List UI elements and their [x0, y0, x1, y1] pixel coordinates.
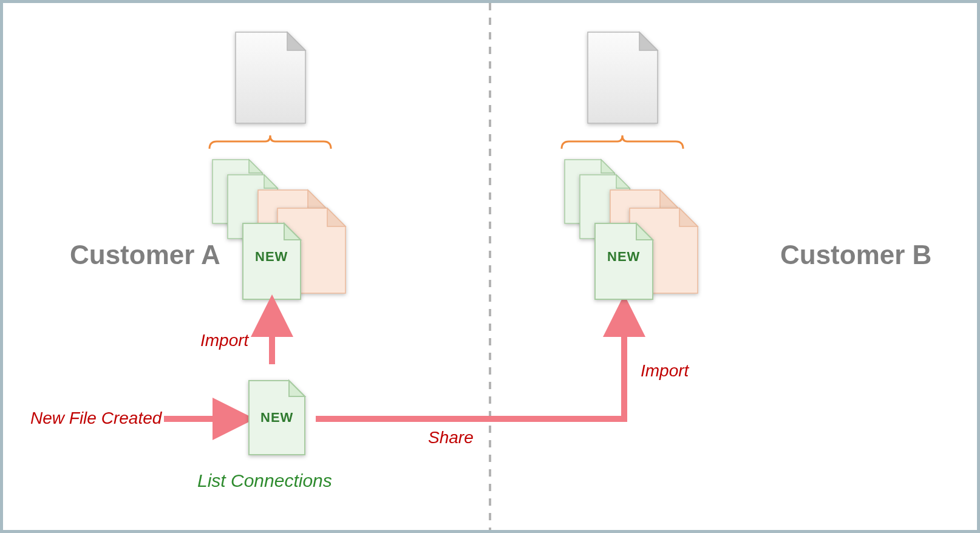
new-badge-stack-b: NEW: [607, 249, 640, 265]
customer-a-label: Customer A: [70, 240, 220, 270]
import-label-b: Import: [641, 361, 689, 381]
brace-a: [209, 135, 331, 149]
new-badge-stack-a: NEW: [255, 249, 288, 265]
master-doc-b: [588, 32, 658, 123]
customer-b-label: Customer B: [780, 240, 931, 270]
master-doc-a: [236, 32, 305, 123]
share-arrow: [316, 316, 624, 419]
doc-stack-a: [213, 160, 345, 299]
share-label: Share: [428, 428, 474, 447]
list-connections-label: List Connections: [197, 470, 332, 491]
new-badge-source: NEW: [260, 410, 293, 426]
import-label-a: Import: [200, 331, 248, 350]
doc-stack-b: [565, 160, 698, 299]
diagram-frame: Customer A Customer B New File Created I…: [0, 0, 980, 533]
brace-b: [562, 135, 683, 149]
new-file-created-label: New File Created: [30, 409, 162, 428]
